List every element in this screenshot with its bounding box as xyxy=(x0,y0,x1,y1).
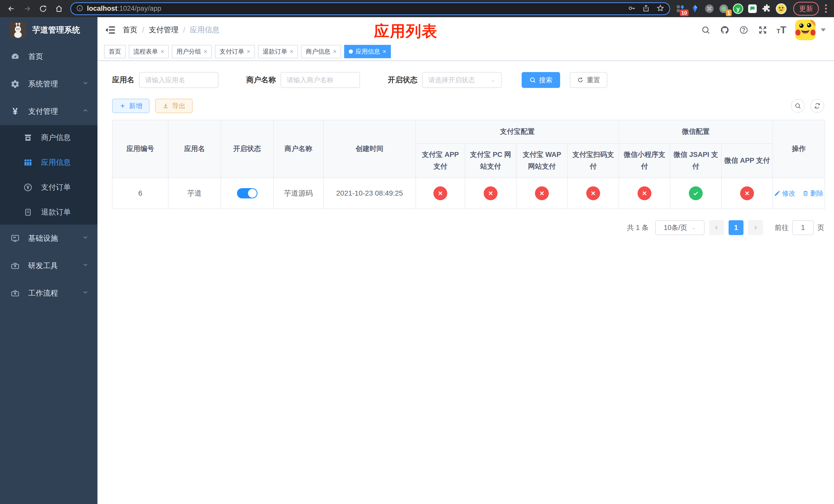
sidebar-item-label: 支付管理 xyxy=(28,107,74,117)
chevron-down-icon xyxy=(82,80,89,88)
chevron-down-icon xyxy=(82,234,89,243)
svg-text:y: y xyxy=(736,5,740,12)
monitor-icon xyxy=(10,233,20,243)
tab-label: 应用信息 xyxy=(355,47,380,55)
page-size-select[interactable]: 10条/页 ⌄ xyxy=(655,220,704,235)
add-button[interactable]: 新增 xyxy=(112,99,150,113)
browser-update-button[interactable]: 更新 xyxy=(793,2,819,16)
site-info-icon[interactable] xyxy=(76,5,83,13)
tab-close-icon[interactable]: × xyxy=(247,48,250,54)
cell-merchant: 芋道源码 xyxy=(273,178,323,209)
tab-close-icon[interactable]: × xyxy=(333,48,336,54)
tab-home[interactable]: 首页 xyxy=(104,45,126,58)
sidebar-item-pay-order[interactable]: 支付订单 xyxy=(0,175,97,200)
breadcrumb-home[interactable]: 首页 xyxy=(123,25,137,35)
sidebar-item-workflow[interactable]: 工作流程 xyxy=(0,279,97,307)
profile-avatar-icon[interactable] xyxy=(775,3,787,15)
extension-command-icon[interactable]: ⌘ xyxy=(703,3,715,15)
toggle-search-button[interactable] xyxy=(791,99,805,113)
col-header-wechat-jsapi: 微信 JSAPI 支付 xyxy=(670,143,721,178)
sidebar-fold-icon[interactable] xyxy=(105,24,116,36)
user-avatar[interactable] xyxy=(795,20,815,40)
delete-button[interactable]: 删除 xyxy=(802,189,824,198)
search-button[interactable]: 搜索 xyxy=(522,72,560,88)
browser-back-button[interactable] xyxy=(5,2,18,15)
browser-reload-button[interactable] xyxy=(37,2,50,15)
prev-page-button[interactable] xyxy=(709,220,724,235)
tab-app-info[interactable]: 应用信息× xyxy=(344,45,391,58)
tab-close-icon[interactable]: × xyxy=(290,48,293,54)
table-toolbar: 新增 导出 xyxy=(112,99,824,113)
sidebar-item-label: 支付订单 xyxy=(41,182,89,192)
password-key-icon[interactable] xyxy=(628,4,636,13)
font-size-icon[interactable]: TT xyxy=(776,25,786,36)
tab-close-icon[interactable]: × xyxy=(382,48,386,54)
toolbox-icon xyxy=(10,289,20,298)
app-name-input[interactable] xyxy=(139,72,219,88)
avatar-caret-icon[interactable] xyxy=(821,28,826,31)
page-number-button[interactable]: 1 xyxy=(729,220,744,235)
sidebar-logo-row[interactable]: 芋道管理系统 xyxy=(0,17,97,43)
tab-close-icon[interactable]: × xyxy=(160,48,164,54)
merchant-name-input[interactable] xyxy=(281,72,360,88)
extension-notes-icon[interactable] xyxy=(747,3,758,15)
sidebar-item-merchant-info[interactable]: 商户信息 xyxy=(0,125,97,150)
tab-pay-order[interactable]: 支付订单× xyxy=(215,45,255,58)
status-select[interactable]: 请选择开启状态 ⌄ xyxy=(422,72,502,88)
sidebar-item-infrastructure[interactable]: 基础设施 xyxy=(0,225,97,252)
github-icon[interactable] xyxy=(720,25,730,35)
chevron-down-icon xyxy=(82,261,89,270)
sidebar-item-dev-tools[interactable]: 研发工具 xyxy=(0,252,97,279)
sidebar-item-label: 商户信息 xyxy=(41,133,89,143)
tab-refund-order[interactable]: 退款订单× xyxy=(258,45,298,58)
tab-process-form[interactable]: 流程表单× xyxy=(129,45,169,58)
plus-icon xyxy=(119,102,126,109)
next-page-button[interactable] xyxy=(748,220,763,235)
tab-label: 流程表单 xyxy=(133,47,158,55)
delete-button-label: 删除 xyxy=(810,189,824,198)
tab-close-icon[interactable]: × xyxy=(204,48,207,54)
breadcrumb: 首页 / 支付管理 / 应用信息 xyxy=(123,25,220,35)
col-header-status: 开启状态 xyxy=(221,120,273,178)
edit-button[interactable]: 修改 xyxy=(774,189,795,198)
address-bar[interactable]: localhost:1024/pay/app xyxy=(70,2,670,15)
sidebar-item-app-info[interactable]: 应用信息 xyxy=(0,150,97,175)
refresh-table-button[interactable] xyxy=(810,99,824,113)
extension-recorder-icon[interactable]: 1 xyxy=(718,3,730,15)
extension-y-icon[interactable]: y xyxy=(732,3,744,15)
row-enabled-toggle[interactable] xyxy=(237,188,258,199)
share-icon[interactable] xyxy=(642,4,650,13)
col-header-alipay-wap: 支付宝 WAP 网站支付 xyxy=(516,143,568,178)
reset-button[interactable]: 重置 xyxy=(570,72,607,88)
goto-page-input[interactable] xyxy=(792,220,814,235)
sidebar-item-refund-order[interactable]: 退款订单 xyxy=(0,200,97,225)
fullscreen-icon[interactable] xyxy=(758,25,768,35)
browser-home-button[interactable] xyxy=(52,2,66,15)
top-navbar: 首页 / 支付管理 / 应用信息 TT xyxy=(97,17,834,43)
col-header-actions: 操作 xyxy=(773,120,825,178)
browser-forward-button[interactable] xyxy=(21,2,34,15)
sidebar-item-payment[interactable]: ¥ 支付管理 xyxy=(0,98,97,125)
search-icon xyxy=(794,102,801,109)
status-select-placeholder: 请选择开启状态 xyxy=(428,76,475,85)
apps-table: 应用编号 应用名 开启状态 商户名称 创建时间 支付宝配置 微信配置 操作 支付… xyxy=(112,120,825,209)
sidebar-item-home[interactable]: 首页 xyxy=(0,43,97,70)
sidebar-item-system[interactable]: 系统管理 xyxy=(0,70,97,98)
tab-label: 首页 xyxy=(109,47,121,55)
chevron-down-icon: ⌄ xyxy=(491,77,496,83)
tab-user-group[interactable]: 用户分组× xyxy=(172,45,212,58)
browser-menu-icon[interactable] xyxy=(822,4,829,13)
export-button-label: 导出 xyxy=(172,101,185,111)
extension-kite-icon[interactable] xyxy=(689,3,701,15)
sidebar-item-label: 基础设施 xyxy=(28,233,74,244)
search-icon[interactable] xyxy=(701,25,711,35)
extension-tasks-icon[interactable]: 10 xyxy=(675,3,686,15)
refresh-icon xyxy=(577,77,584,83)
bookmark-star-icon[interactable] xyxy=(657,4,664,13)
export-button[interactable]: 导出 xyxy=(155,99,193,113)
extensions-puzzle-icon[interactable] xyxy=(761,3,773,15)
status-alipay-app-icon xyxy=(433,186,447,200)
help-icon[interactable] xyxy=(739,25,749,35)
tab-merchant-info[interactable]: 商户信息× xyxy=(301,45,341,58)
grid-icon xyxy=(23,158,33,167)
